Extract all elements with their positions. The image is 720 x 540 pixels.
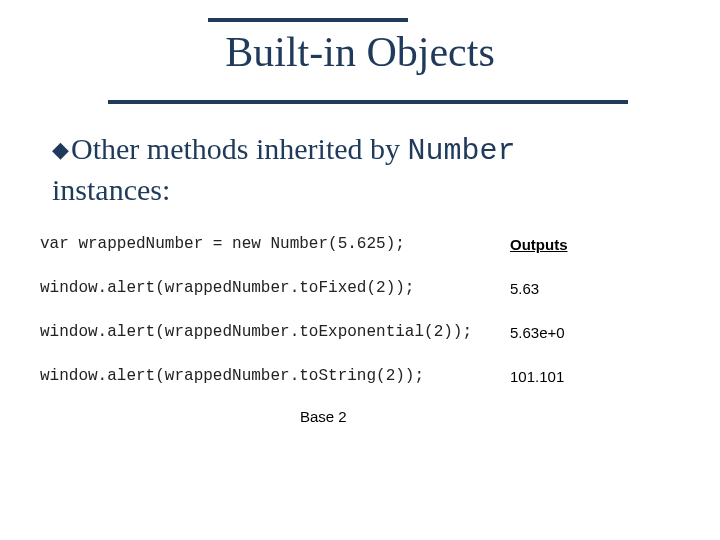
bullet-item-cont: instances: <box>52 171 672 209</box>
title-rule-bottom <box>108 100 628 104</box>
outputs-header: Outputs <box>510 236 680 253</box>
bullet-item: ◆Other methods inherited by Number <box>52 130 672 171</box>
slide: Built-in Objects ◆Other methods inherite… <box>0 0 720 540</box>
output-cell: 101.101 <box>510 368 680 385</box>
slide-body: ◆Other methods inherited by Number insta… <box>52 130 672 208</box>
title-area: Built-in Objects <box>0 18 720 76</box>
bullet-text-pre: Other methods inherited by <box>71 132 408 165</box>
footnote-base2: Base 2 <box>300 408 347 425</box>
output-cell: 5.63 <box>510 280 680 297</box>
code-cell: window.alert(wrappedNumber.toExponential… <box>40 323 510 341</box>
code-cell: var wrappedNumber = new Number(5.625); <box>40 235 510 253</box>
table-row: window.alert(wrappedNumber.toFixed(2)); … <box>40 266 680 310</box>
title-rule-top <box>208 18 408 22</box>
slide-title: Built-in Objects <box>0 28 720 76</box>
table-row: window.alert(wrappedNumber.toString(2));… <box>40 354 680 398</box>
output-cell: 5.63e+0 <box>510 324 680 341</box>
code-cell: window.alert(wrappedNumber.toString(2)); <box>40 367 510 385</box>
bullet-code: Number <box>408 134 516 168</box>
table-row: var wrappedNumber = new Number(5.625); O… <box>40 222 680 266</box>
code-cell: window.alert(wrappedNumber.toFixed(2)); <box>40 279 510 297</box>
table-row: window.alert(wrappedNumber.toExponential… <box>40 310 680 354</box>
code-output-table: var wrappedNumber = new Number(5.625); O… <box>40 222 680 398</box>
bullet-diamond-icon: ◆ <box>52 137 69 162</box>
